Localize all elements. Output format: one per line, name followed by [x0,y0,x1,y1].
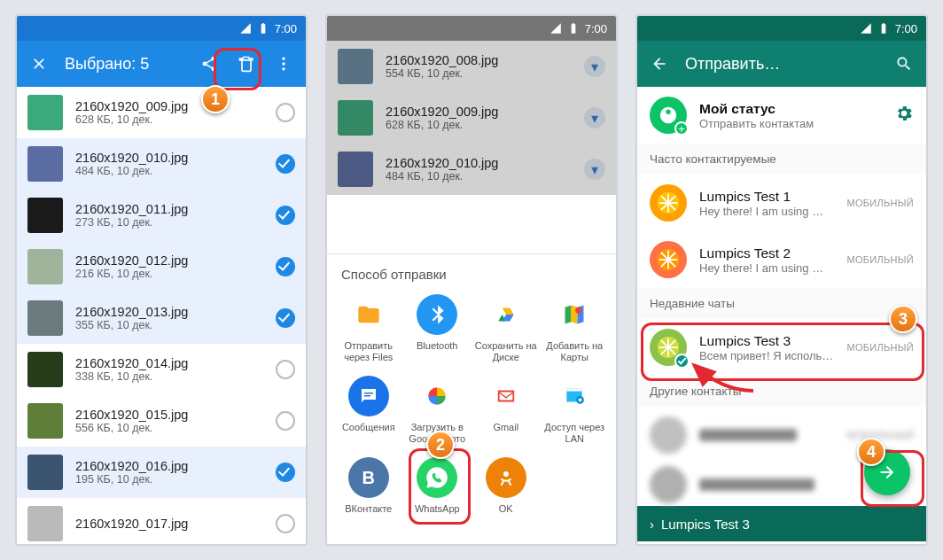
folder-icon [348,294,389,335]
share-app-label: Отправить через Files [336,340,401,363]
file-row[interactable]: 2160x1920_009.jpg 628 КБ, 10 дек. [17,87,306,138]
share-app-lan[interactable]: Доступ через LAN [542,376,608,445]
battery-icon [877,22,890,35]
svg-point-1 [282,62,284,65]
file-row[interactable]: 2160x1920_016.jpg 195 КБ, 10 дек. [17,447,306,498]
more-icon[interactable] [272,55,295,73]
share-app-label: Bluetooth [417,340,457,363]
file-row[interactable]: 2160x1920_015.jpg 556 КБ, 10 дек. [17,395,306,447]
appbar: Выбрано: 5 [17,41,306,87]
avatar [650,241,687,278]
msg-icon [348,376,389,416]
dropdown-icon: ▾ [584,56,605,77]
vk-icon: B [348,457,389,498]
file-name: 2160x1920_016.jpg [75,459,263,473]
share-app-wa[interactable]: WhatsApp [405,457,471,526]
frequent-contacts: Lumpics Test 1 Hey there! I am using Wha… [637,175,926,288]
file-row[interactable]: 2160x1920_012.jpg 216 КБ, 10 дек. [17,241,306,292]
checkbox-icon[interactable] [276,360,295,379]
file-row[interactable]: 2160x1920_010.jpg 484 КБ, 10 дек. [17,138,306,190]
file-thumb [27,95,63,130]
share-button[interactable] [198,55,221,73]
file-meta: 355 КБ, 10 дек. [75,319,263,331]
dimmed-file-list: 2160x1920_008.jpg 554 КБ, 10 дек. ▾ 2160… [327,41,616,195]
file-meta: 484 КБ, 10 дек. [386,170,572,183]
file-thumb [27,249,63,284]
contact-tag: МОБИЛЬНЫЙ [846,254,914,265]
back-icon[interactable] [648,55,671,73]
share-app-maps[interactable]: Добавить на Карты [542,294,608,363]
contact-name: Lumpics Test 3 [699,333,834,349]
checkbox-icon[interactable] [276,257,295,276]
file-name: 2160x1920_013.jpg [75,305,263,319]
file-row[interactable]: 2160x1920_011.jpg 273 КБ, 10 дек. [17,190,306,241]
checkbox-icon[interactable] [276,514,295,533]
file-meta: 554 КБ, 10 дек. [386,67,572,80]
avatar [650,416,687,454]
phone-share-sheet: 7:00 2160x1920_008.jpg 554 КБ, 10 дек. ▾… [325,14,618,546]
send-title: Отправить… [685,55,878,74]
clock: 7:00 [275,22,297,35]
contact-row[interactable]: Lumpics Test 1 Hey there! I am using Wha… [637,175,926,231]
share-app-drive[interactable]: Сохранить на Диске [473,294,539,363]
checkbox-icon[interactable] [276,206,295,225]
checkbox-icon[interactable] [276,411,295,431]
file-name: 2160x1920_010.jpg [386,156,572,170]
file-row[interactable]: 2160x1920_013.jpg 355 КБ, 10 дек. [17,292,306,344]
phone-files-selection: 7:00 Выбрано: 5 2160x1920_009.jpg 628 КБ… [15,14,308,546]
checkbox-icon[interactable] [276,308,295,328]
checkbox-icon[interactable] [276,463,295,482]
close-icon[interactable] [27,55,51,73]
gear-icon[interactable] [894,104,914,127]
file-meta: 484 КБ, 10 дек. [75,165,263,177]
search-icon[interactable] [892,55,916,73]
contact-row[interactable]: Lumpics Test 2 Hey there! I am using Wha… [637,231,926,288]
callout-arrow-3 [687,360,758,395]
file-name: 2160x1920_009.jpg [75,99,263,113]
file-meta: 273 КБ, 10 дек. [75,216,263,229]
file-meta: 556 КБ, 10 дек. [75,422,263,434]
share-app-gmail[interactable]: Gmail [473,376,539,445]
svg-point-2 [282,67,284,70]
file-row: 2160x1920_010.jpg 484 КБ, 10 дек. ▾ [327,144,616,195]
avatar [650,329,687,366]
share-app-vk[interactable]: B ВКонтакте [336,457,401,526]
checkbox-icon[interactable] [276,154,295,174]
my-status-row[interactable]: + Мой статус Отправить контактам [637,87,926,144]
file-thumb [27,300,63,336]
share-app-bt[interactable]: Bluetooth [405,294,471,363]
plus-icon: + [674,121,689,136]
file-list[interactable]: 2160x1920_009.jpg 628 КБ, 10 дек. 2160x1… [17,87,306,544]
share-app-ok[interactable]: OK [473,457,539,526]
file-row[interactable]: 2160x1920_014.jpg 338 КБ, 10 дек. [17,344,306,395]
contact-row[interactable]: Lumpics Test 3 Всем привет! Я использую … [637,319,926,376]
contact-name: Lumpics Test 2 [699,245,834,261]
share-app-msg[interactable]: Сообщения [336,376,401,445]
file-row: 2160x1920_009.jpg 628 КБ, 10 дек. ▾ [327,92,616,144]
status-bar: 7:00 [17,16,306,41]
contact-sub: Hey there! I am using WhatsApp [699,261,834,275]
share-app-label: OK [499,503,513,526]
svg-rect-5 [364,395,370,397]
dropdown-icon: ▾ [584,107,605,128]
section-frequent: Часто контактируемые [637,144,926,175]
delete-icon[interactable] [235,55,258,73]
share-app-label: Добавить на Карты [542,340,608,363]
clock: 7:00 [585,22,607,35]
checkbox-icon[interactable] [276,103,295,122]
section-other: Другие контакты [637,376,926,407]
file-row[interactable]: 2160x1920_017.jpg [17,498,306,544]
contact-name: Lumpics Test 1 [699,189,834,205]
recent-contacts: Lumpics Test 3 Всем привет! Я использую … [637,319,926,376]
share-sheet-title: Способ отправки [341,267,602,282]
photos-icon [417,376,457,416]
file-row: 2160x1920_008.jpg 554 КБ, 10 дек. ▾ [327,41,616,92]
gmail-icon [486,376,526,416]
appbar: Отправить… [637,41,926,87]
share-app-label: Доступ через LAN [542,422,608,445]
share-app-folder[interactable]: Отправить через Files [336,294,401,363]
battery-icon [567,22,580,35]
file-thumb [338,100,373,136]
my-status-name: Мой статус [699,101,882,117]
contact-sub: Hey there! I am using WhatsApp [699,205,834,218]
